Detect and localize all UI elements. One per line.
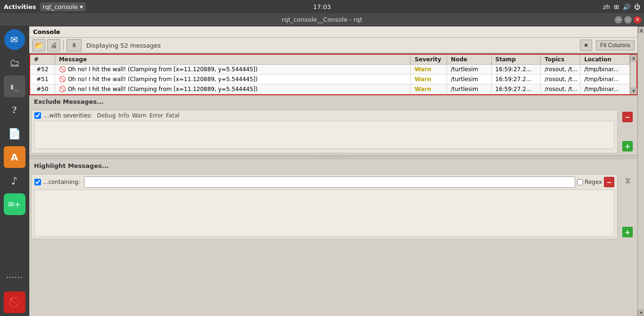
- app-name-label: rqt_console: [43, 3, 78, 10]
- sidebar-item-music[interactable]: ♪: [4, 170, 25, 191]
- help-icon: ?: [12, 104, 17, 116]
- apps-icon: ⋯⋯: [6, 272, 23, 282]
- col-header-stamp: Stamp: [491, 55, 541, 65]
- cell-message: 🚫Oh no! I hit the wall! (Clamping from […: [55, 84, 411, 94]
- display-count-label: Displaying 52 messages: [83, 42, 578, 49]
- regex-label: Regex: [577, 179, 602, 185]
- severity-info[interactable]: Info: [118, 112, 129, 119]
- highlight-add-button[interactable]: +: [622, 227, 633, 237]
- save-button[interactable]: 🖨: [47, 39, 60, 51]
- sidebar-item-email[interactable]: ✉: [4, 29, 25, 50]
- console-table: # Message Severity Node Stamp Topics Loc…: [30, 55, 630, 94]
- network-icon: ⊞: [614, 3, 619, 10]
- pause-icon: ⏸: [71, 42, 77, 49]
- error-icon: 🚫: [59, 86, 66, 92]
- cell-severity: Warn: [411, 84, 447, 94]
- power-icon: ⏻: [634, 3, 640, 10]
- console-table-container: # Message Severity Node Stamp Topics Loc…: [29, 54, 637, 95]
- open-button[interactable]: 📂: [32, 39, 45, 51]
- sidebar-item-appcenter[interactable]: A: [4, 146, 25, 168]
- with-severities-label: ...with severities:: [44, 112, 92, 119]
- scroll-up-arrow[interactable]: ▲: [630, 55, 637, 61]
- clear-button[interactable]: ✖: [580, 40, 592, 51]
- activities-button[interactable]: Activities: [4, 3, 36, 10]
- col-header-severity: Severity: [411, 55, 447, 65]
- table-row[interactable]: #52 🚫Oh no! I hit the wall! (Clamping fr…: [30, 65, 630, 75]
- error-icon: 🚫: [59, 66, 66, 73]
- cell-location: /tmp/binar...: [580, 75, 630, 84]
- severity-filter-row: ...with severities: Debug Info Warn Erro…: [34, 112, 614, 119]
- exclude-side-controls: − +: [619, 110, 636, 153]
- maximize-button[interactable]: □: [624, 16, 632, 24]
- sidebar-item-forbidden[interactable]: 🚫: [4, 291, 25, 313]
- cell-num: #51: [30, 75, 55, 84]
- window-title: rqt_console__Console - rqt: [282, 16, 363, 23]
- close-button[interactable]: ✕: [634, 16, 641, 24]
- pause-button[interactable]: ⏸: [66, 39, 82, 51]
- main-scrollbar: ▲ ▼: [637, 26, 644, 316]
- main-scroll-down[interactable]: ▼: [638, 309, 644, 316]
- cell-node: /turtlesim: [447, 65, 491, 75]
- severity-debug[interactable]: Debug: [97, 112, 116, 119]
- error-icon: 🚫: [59, 76, 66, 83]
- cell-topics: /rosout, /t...: [541, 65, 580, 75]
- drag-handle[interactable]: · · · · · · ·: [29, 156, 637, 159]
- mail-icon: ✉+: [8, 200, 21, 209]
- highlight-remove-button[interactable]: −: [604, 177, 614, 187]
- sidebar-item-apps[interactable]: ⋯⋯: [4, 266, 25, 288]
- highlight-label-text: Highlight Messages...: [34, 162, 109, 169]
- highlight-checkbox[interactable]: [34, 179, 41, 185]
- severity-fatal[interactable]: Fatal: [166, 112, 180, 119]
- terminal-icon: ▮_: [10, 82, 19, 91]
- fit-columns-button[interactable]: Fit Columns: [596, 40, 635, 50]
- highlight-filter-icon: ⧖: [625, 176, 630, 185]
- cell-message: 🚫Oh no! I hit the wall! (Clamping from […: [55, 75, 411, 84]
- table-scrollbar[interactable]: ▲ ▼: [630, 55, 636, 94]
- main-scroll-up[interactable]: ▲: [638, 26, 644, 33]
- containing-label: ...containing:: [43, 179, 80, 185]
- highlight-list-area: [34, 190, 614, 237]
- forbidden-icon: 🚫: [8, 297, 20, 308]
- table-header-row: # Message Severity Node Stamp Topics Loc…: [30, 55, 630, 65]
- cell-severity: Warn: [411, 65, 447, 75]
- app-indicator[interactable]: rqt_console ▾: [40, 2, 86, 11]
- sidebar-item-texteditor[interactable]: 📄: [4, 123, 25, 144]
- exclude-add-button[interactable]: +: [622, 141, 633, 151]
- sidebar-item-help[interactable]: ?: [4, 99, 25, 121]
- cell-location: /tmp/binar...: [580, 65, 630, 75]
- table-row[interactable]: #50 🚫Oh no! I hit the wall! (Clamping fr…: [30, 84, 630, 94]
- console-toolbar: 📂 🖨 ⏸ Displaying 52 messages ✖ Fit Colum…: [29, 38, 637, 54]
- exclude-container: ...with severities: Debug Info Warn Erro…: [29, 108, 637, 156]
- toolbar-separator: [63, 40, 64, 50]
- col-header-topics: Topics: [541, 55, 580, 65]
- lang-label: zh: [603, 3, 610, 10]
- severity-checkbox[interactable]: [34, 112, 41, 119]
- severity-error[interactable]: Error: [149, 112, 163, 119]
- sidebar-item-terminal[interactable]: ▮_: [4, 75, 25, 97]
- sidebar-item-mail[interactable]: ✉+: [4, 193, 25, 215]
- console-title: Console: [33, 28, 60, 35]
- regex-checkbox[interactable]: [577, 179, 583, 185]
- sidebar-item-files[interactable]: 🗂: [4, 52, 25, 74]
- cell-stamp: 16:59:27.2...: [491, 75, 541, 84]
- severity-warn[interactable]: Warn: [132, 112, 147, 119]
- exclude-remove-button[interactable]: −: [622, 112, 633, 122]
- highlight-main: ...containing: Regex −: [31, 174, 618, 239]
- col-header-location: Location: [580, 55, 630, 65]
- col-header-num: #: [30, 55, 55, 65]
- volume-icon: 🔊: [623, 3, 630, 10]
- console-header: Console: [29, 26, 637, 38]
- minimize-button[interactable]: ─: [615, 16, 622, 24]
- cell-location: /tmp/binar...: [580, 84, 630, 94]
- highlight-input-row: ...containing: Regex −: [34, 176, 614, 188]
- scroll-track: [630, 61, 636, 88]
- system-topbar: Activities rqt_console ▾ 17:03 zh ⊞ 🔊 ⏻: [0, 0, 644, 13]
- highlight-section-label: Highlight Messages...: [29, 159, 637, 172]
- table-row[interactable]: #51 🚫Oh no! I hit the wall! (Clamping fr…: [30, 75, 630, 84]
- clock-label: 17:03: [313, 3, 330, 10]
- cell-topics: /rosout, /t...: [541, 84, 580, 94]
- scroll-down-arrow[interactable]: ▼: [630, 88, 637, 94]
- cell-severity: Warn: [411, 75, 447, 84]
- app-arrow-icon: ▾: [80, 3, 83, 10]
- highlight-text-input[interactable]: [84, 176, 575, 188]
